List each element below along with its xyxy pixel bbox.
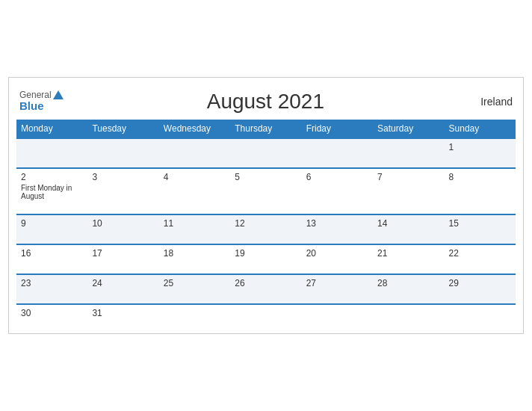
calendar-cell: 13 bbox=[302, 214, 373, 244]
logo-triangle-icon bbox=[53, 90, 64, 99]
week-row-4: 23242526272829 bbox=[16, 274, 516, 304]
header-monday: Monday bbox=[16, 120, 87, 138]
event-label: First Monday in August bbox=[21, 184, 83, 200]
calendar-cell: 7 bbox=[373, 168, 444, 214]
calendar-cell: 22 bbox=[445, 244, 516, 274]
header-tuesday: Tuesday bbox=[87, 120, 158, 138]
calendar-table: Monday Tuesday Wednesday Thursday Friday… bbox=[16, 120, 516, 333]
header-sunday: Sunday bbox=[445, 120, 516, 138]
calendar-cell: 20 bbox=[302, 244, 373, 274]
day-number: 15 bbox=[449, 218, 511, 229]
calendar-cell: 28 bbox=[373, 274, 444, 304]
calendar-cell bbox=[302, 304, 373, 333]
calendar-cell: 18 bbox=[159, 244, 230, 274]
day-number: 31 bbox=[92, 308, 154, 318]
calendar-cell: 26 bbox=[230, 274, 301, 304]
day-number: 14 bbox=[377, 218, 439, 229]
calendar-cell: 8 bbox=[445, 168, 516, 214]
day-number: 21 bbox=[377, 248, 439, 259]
day-number: 27 bbox=[306, 278, 368, 288]
day-number: 20 bbox=[306, 248, 368, 259]
calendar-cell: 2First Monday in August bbox=[16, 168, 87, 214]
day-number: 13 bbox=[306, 218, 368, 229]
calendar-cell: 12 bbox=[230, 214, 301, 244]
calendar-cell bbox=[445, 304, 516, 333]
logo-blue-text: Blue bbox=[19, 100, 64, 113]
header-thursday: Thursday bbox=[230, 120, 301, 138]
calendar-cell: 1 bbox=[445, 138, 516, 168]
calendar-cell: 29 bbox=[445, 274, 516, 304]
calendar-cell: 15 bbox=[445, 214, 516, 244]
day-number: 25 bbox=[164, 278, 226, 288]
day-number: 12 bbox=[235, 218, 297, 229]
calendar-title: August 2021 bbox=[64, 90, 468, 114]
day-number: 8 bbox=[449, 172, 511, 182]
calendar-country: Ireland bbox=[468, 96, 513, 108]
calendar-cell bbox=[373, 304, 444, 333]
calendar-header: General Blue August 2021 Ireland bbox=[16, 85, 516, 120]
calendar-cell bbox=[159, 304, 230, 333]
day-number: 28 bbox=[377, 278, 439, 288]
calendar-cell bbox=[373, 138, 444, 168]
day-number: 18 bbox=[164, 248, 226, 259]
header-saturday: Saturday bbox=[373, 120, 444, 138]
calendar-cell: 16 bbox=[16, 244, 87, 274]
day-number: 9 bbox=[21, 218, 83, 229]
calendar-cell: 21 bbox=[373, 244, 444, 274]
calendar-container: General Blue August 2021 Ireland Monday … bbox=[8, 77, 524, 334]
calendar-cell bbox=[87, 138, 158, 168]
day-number: 22 bbox=[449, 248, 511, 259]
week-row-5: 3031 bbox=[16, 304, 516, 333]
calendar-cell: 5 bbox=[230, 168, 301, 214]
day-number: 16 bbox=[21, 248, 83, 259]
calendar-cell bbox=[302, 138, 373, 168]
day-number: 29 bbox=[449, 278, 511, 288]
calendar-cell: 11 bbox=[159, 214, 230, 244]
calendar-cell: 19 bbox=[230, 244, 301, 274]
day-number: 1 bbox=[449, 142, 511, 152]
calendar-cell: 30 bbox=[16, 304, 87, 333]
week-row-0: 1 bbox=[16, 138, 516, 168]
calendar-cell: 6 bbox=[302, 168, 373, 214]
day-number: 6 bbox=[306, 172, 368, 182]
calendar-cell bbox=[230, 304, 301, 333]
day-number: 19 bbox=[235, 248, 297, 259]
day-number: 5 bbox=[235, 172, 297, 182]
calendar-cell: 4 bbox=[159, 168, 230, 214]
day-number: 11 bbox=[164, 218, 226, 229]
calendar-cell: 31 bbox=[87, 304, 158, 333]
week-row-2: 9101112131415 bbox=[16, 214, 516, 244]
day-number: 17 bbox=[92, 248, 154, 259]
week-row-1: 2First Monday in August345678 bbox=[16, 168, 516, 214]
day-number: 10 bbox=[92, 218, 154, 229]
week-row-3: 16171819202122 bbox=[16, 244, 516, 274]
header-wednesday: Wednesday bbox=[159, 120, 230, 138]
day-number: 30 bbox=[21, 308, 83, 318]
day-number: 24 bbox=[92, 278, 154, 288]
day-number: 7 bbox=[377, 172, 439, 182]
day-number: 2 bbox=[21, 172, 83, 182]
day-number: 3 bbox=[92, 172, 154, 182]
calendar-cell: 24 bbox=[87, 274, 158, 304]
calendar-cell: 9 bbox=[16, 214, 87, 244]
calendar-cell: 27 bbox=[302, 274, 373, 304]
calendar-cell: 3 bbox=[87, 168, 158, 214]
header-friday: Friday bbox=[302, 120, 373, 138]
weekday-header-row: Monday Tuesday Wednesday Thursday Friday… bbox=[16, 120, 516, 138]
calendar-cell bbox=[230, 138, 301, 168]
calendar-cell bbox=[16, 138, 87, 168]
calendar-cell: 23 bbox=[16, 274, 87, 304]
day-number: 26 bbox=[235, 278, 297, 288]
calendar-cell: 25 bbox=[159, 274, 230, 304]
calendar-cell bbox=[159, 138, 230, 168]
calendar-cell: 14 bbox=[373, 214, 444, 244]
day-number: 4 bbox=[164, 172, 226, 182]
logo: General Blue bbox=[19, 90, 64, 113]
calendar-cell: 17 bbox=[87, 244, 158, 274]
calendar-cell: 10 bbox=[87, 214, 158, 244]
day-number: 23 bbox=[21, 278, 83, 288]
